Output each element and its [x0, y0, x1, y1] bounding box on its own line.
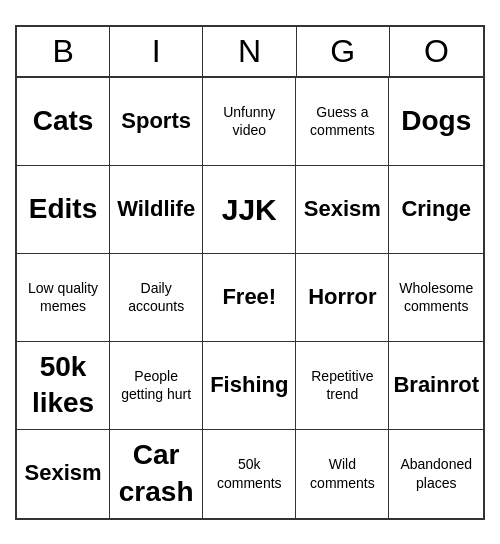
bingo-cell-16[interactable]: People getting hurt	[110, 342, 203, 430]
letter-g: G	[297, 27, 390, 76]
bingo-cell-0[interactable]: Cats	[17, 78, 110, 166]
bingo-card: B I N G O CatsSportsUnfunny videoGuess a…	[15, 25, 485, 520]
bingo-cell-10[interactable]: Low quality memes	[17, 254, 110, 342]
bingo-cell-19[interactable]: Brainrot	[389, 342, 483, 430]
bingo-cell-22[interactable]: 50k comments	[203, 430, 296, 518]
bingo-cell-17[interactable]: Fishing	[203, 342, 296, 430]
bingo-cell-1[interactable]: Sports	[110, 78, 203, 166]
letter-b: B	[17, 27, 110, 76]
bingo-cell-6[interactable]: Wildlife	[110, 166, 203, 254]
bingo-cell-14[interactable]: Wholesome comments	[389, 254, 483, 342]
bingo-cell-13[interactable]: Horror	[296, 254, 389, 342]
bingo-cell-15[interactable]: 50k likes	[17, 342, 110, 430]
bingo-cell-3[interactable]: Guess a comments	[296, 78, 389, 166]
bingo-cell-5[interactable]: Edits	[17, 166, 110, 254]
letter-o: O	[390, 27, 483, 76]
letter-n: N	[203, 27, 296, 76]
bingo-cell-8[interactable]: Sexism	[296, 166, 389, 254]
bingo-grid: CatsSportsUnfunny videoGuess a commentsD…	[17, 78, 483, 518]
bingo-cell-11[interactable]: Daily accounts	[110, 254, 203, 342]
bingo-cell-9[interactable]: Cringe	[389, 166, 483, 254]
bingo-cell-20[interactable]: Sexism	[17, 430, 110, 518]
bingo-cell-4[interactable]: Dogs	[389, 78, 483, 166]
bingo-cell-23[interactable]: Wild comments	[296, 430, 389, 518]
bingo-header: B I N G O	[17, 27, 483, 78]
letter-i: I	[110, 27, 203, 76]
bingo-cell-2[interactable]: Unfunny video	[203, 78, 296, 166]
bingo-cell-24[interactable]: Abandoned places	[389, 430, 483, 518]
bingo-cell-7[interactable]: JJK	[203, 166, 296, 254]
bingo-cell-18[interactable]: Repetitive trend	[296, 342, 389, 430]
bingo-cell-21[interactable]: Car crash	[110, 430, 203, 518]
bingo-cell-12[interactable]: Free!	[203, 254, 296, 342]
